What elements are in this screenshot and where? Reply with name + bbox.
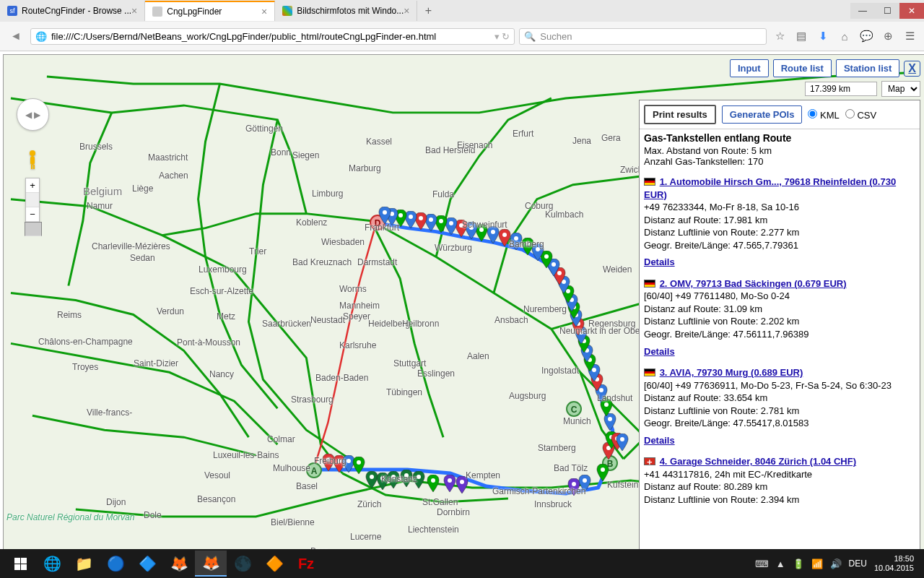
city-label: Dijon xyxy=(106,497,126,507)
distance-input[interactable] xyxy=(805,82,877,96)
reader-icon[interactable]: ▤ xyxy=(793,27,810,45)
close-panel-button[interactable]: X xyxy=(904,61,920,77)
city-label: Ansbach xyxy=(494,315,528,325)
close-icon[interactable]: × xyxy=(261,6,267,17)
tray-up-icon[interactable]: ▲ xyxy=(776,558,785,569)
menu-icon[interactable]: ☰ xyxy=(901,27,918,45)
taskbar-xampp-icon[interactable]: 🔶 xyxy=(258,551,290,577)
svg-rect-54 xyxy=(30,156,35,165)
svg-point-3 xyxy=(357,460,361,465)
taskbar-app-icon[interactable]: 🔷 xyxy=(131,551,163,577)
svg-point-2 xyxy=(346,459,351,463)
taskbar-firefox-icon[interactable]: 🦊 xyxy=(195,551,227,577)
csv-radio-label[interactable]: CSV xyxy=(845,109,876,121)
url-bar[interactable]: 🌐 file:///C:/Users/Bernd/NetBeans_work/C… xyxy=(30,28,515,45)
city-label: Landshut xyxy=(597,393,632,403)
svg-point-52 xyxy=(383,210,387,215)
new-tab-button[interactable]: + xyxy=(417,4,439,17)
station-link[interactable]: 4. Garage Schneider, 8046 Zürich (1.04 C… xyxy=(660,456,856,467)
svg-point-50 xyxy=(398,213,403,217)
route-list-button[interactable]: Route list xyxy=(773,59,832,77)
flag-icon xyxy=(644,368,655,376)
search-box[interactable]: 🔍 Suchen xyxy=(519,28,767,45)
city-label: Esslingen xyxy=(417,368,455,379)
details-link[interactable]: Details xyxy=(644,434,675,447)
city-label: Frankfurt xyxy=(365,223,399,233)
start-button[interactable] xyxy=(4,551,36,577)
station-entry: 1. Automobile Hirsch Gm..., 79618 Rheinf… xyxy=(644,176,915,269)
taskbar-chrome-icon[interactable]: 🔵 xyxy=(100,551,131,577)
generate-pois-button[interactable]: Generate POIs xyxy=(722,105,803,124)
taskbar-filezilla-icon[interactable]: Fz xyxy=(290,551,322,577)
zoom-out-button[interactable]: − xyxy=(26,207,39,222)
map-zoom-control[interactable]: + − xyxy=(25,178,40,223)
pegman-icon[interactable] xyxy=(24,149,41,171)
tab-1[interactable]: CngLpgFinder × xyxy=(145,1,275,21)
city-label: Metz xyxy=(217,311,235,322)
taskbar-gimp-icon[interactable]: 🦊 xyxy=(163,551,195,577)
tab-0[interactable]: sf RouteCngFinder - Browse ... × xyxy=(0,1,145,21)
volume-icon[interactable]: 🔊 xyxy=(830,558,842,569)
browser-tab-bar: sf RouteCngFinder - Browse ... × CngLpgF… xyxy=(0,0,924,22)
map-pan-control[interactable]: ◀ ▶ xyxy=(17,98,49,131)
close-icon[interactable]: × xyxy=(404,5,409,17)
city-label: Reims xyxy=(57,310,82,320)
bookmark-icon[interactable]: ☆ xyxy=(771,27,788,45)
close-window-button[interactable]: ✕ xyxy=(899,3,924,19)
results-count: Anzahl Gas-Tankstellen: 170 xyxy=(644,156,915,167)
city-label: Munich xyxy=(563,416,591,426)
city-label: Innsbruck xyxy=(534,499,572,509)
details-link[interactable]: Details xyxy=(644,256,675,269)
svg-point-45 xyxy=(449,221,453,225)
city-label: Brussels xyxy=(79,142,113,152)
station-link[interactable]: 1. Automobile Hirsch Gm..., 79618 Rheinf… xyxy=(644,176,896,200)
details-link[interactable]: Details xyxy=(644,345,675,358)
taskbar-explorer-icon[interactable]: 📁 xyxy=(68,551,100,577)
maximize-button[interactable]: ☐ xyxy=(875,3,899,19)
station-marker[interactable] xyxy=(443,475,456,493)
favicon-generic xyxy=(152,7,162,17)
city-label: Ville-francs- xyxy=(87,407,132,418)
input-button[interactable]: Input xyxy=(730,59,769,77)
station-marker[interactable] xyxy=(427,475,440,493)
dropdown-icon[interactable]: ▾ ↻ xyxy=(494,31,510,42)
chat-icon[interactable]: 💬 xyxy=(858,27,875,45)
battery-icon[interactable]: 🔋 xyxy=(793,558,804,569)
city-label: Pont-à-Mousson xyxy=(177,337,240,348)
tab-label: CngLpgFinder xyxy=(167,7,222,17)
station-marker[interactable] xyxy=(616,434,629,452)
city-label: Luxembourg xyxy=(199,264,247,275)
download-icon[interactable]: ⬇ xyxy=(814,27,832,45)
kml-radio-label[interactable]: KML xyxy=(808,109,839,121)
station-link[interactable]: 3. AVIA, 79730 Murg (0.689 EUR) xyxy=(660,367,803,378)
close-icon[interactable]: × xyxy=(131,5,137,17)
lang-indicator[interactable]: DEU xyxy=(849,558,867,569)
kml-radio[interactable] xyxy=(808,109,817,118)
svg-point-18 xyxy=(620,437,624,441)
network-icon[interactable]: 📶 xyxy=(811,558,823,569)
globe2-icon[interactable]: ⊕ xyxy=(879,27,897,45)
city-label: Liège xyxy=(132,184,153,194)
back-button[interactable]: ◄ xyxy=(6,26,26,46)
city-label: Siegen xyxy=(292,150,319,160)
waypoint-c[interactable]: C xyxy=(566,401,582,417)
svg-point-9 xyxy=(431,478,435,483)
minimize-button[interactable]: — xyxy=(850,3,875,19)
url-text: file:///C:/Users/Bernd/NetBeans_work/Cng… xyxy=(51,31,436,42)
keyboard-icon[interactable]: ⌨ xyxy=(755,558,769,569)
results-panel[interactable]: Print results Generate POIs KML CSV Gas-… xyxy=(639,100,920,556)
station-link[interactable]: 2. OMV, 79713 Bad Säckingen (0.679 EUR) xyxy=(660,278,847,289)
zoom-slider[interactable] xyxy=(26,193,39,207)
zoom-in-button[interactable]: + xyxy=(26,178,39,193)
csv-radio[interactable] xyxy=(845,109,855,118)
city-label: Starnberg xyxy=(538,443,576,453)
station-list-button[interactable]: Station list xyxy=(836,59,899,77)
station-marker[interactable] xyxy=(352,457,365,475)
tab-2[interactable]: Bildschirmfotos mit Windo... × xyxy=(275,1,417,21)
clock[interactable]: 18:50 10.04.2015 xyxy=(874,554,914,572)
print-results-button[interactable]: Print results xyxy=(644,105,716,124)
home-icon[interactable]: ⌂ xyxy=(836,27,853,45)
taskbar-ie-icon[interactable]: 🌐 xyxy=(36,551,68,577)
taskbar-eclipse-icon[interactable]: 🌑 xyxy=(227,551,258,577)
map-type-select[interactable]: Map xyxy=(881,81,920,97)
